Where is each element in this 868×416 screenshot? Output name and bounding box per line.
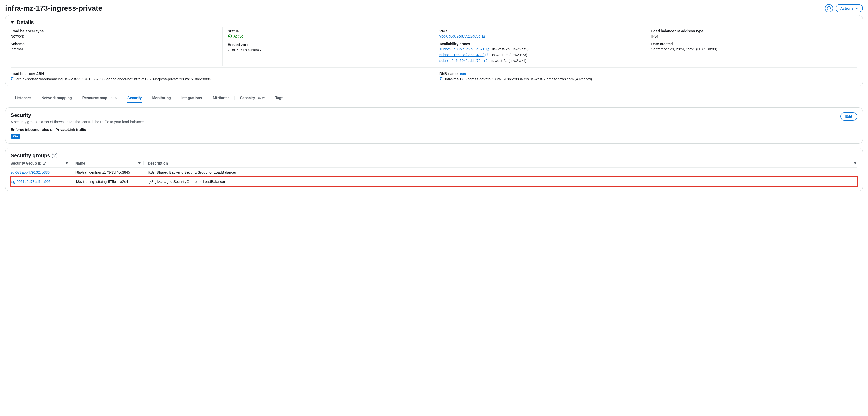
az-subnet-link[interactable]: subnet-01eb08cf8abd2489f: [439, 53, 489, 57]
scheme-value: Internal: [11, 47, 217, 51]
copy-icon[interactable]: [439, 77, 443, 81]
security-panel: Security A security group is a set of fi…: [5, 107, 863, 144]
created-label: Date created: [651, 42, 852, 46]
security-desc: A security group is a set of firewall ru…: [11, 120, 145, 124]
external-link-icon: [482, 34, 486, 38]
details-panel: Details Load balancer type Network Schem…: [5, 15, 863, 86]
table-row: sg-0061d9d73ad1aa995 k8s-istioing-istioi…: [11, 177, 857, 186]
external-link-icon: [484, 59, 488, 62]
highlighted-row: sg-0061d9d73ad1aa995 k8s-istioing-istioi…: [10, 176, 858, 187]
tab-network-mapping[interactable]: Network mapping: [41, 93, 72, 103]
svg-rect-1: [12, 78, 14, 80]
sg-desc: [k8s] Shared Backend SecurityGroup for L…: [148, 170, 857, 174]
hosted-zone-label: Hosted zone: [228, 43, 429, 47]
tab-attributes[interactable]: Attributes: [212, 93, 229, 103]
dns-label: DNS name Info: [439, 72, 852, 76]
sort-icon: [854, 163, 856, 164]
sg-count: (2): [52, 153, 58, 158]
az-subnet-link[interactable]: subnet-0b6ff5942addfc79e: [439, 59, 488, 63]
tab-bar: Listeners Network mapping Resource map -…: [5, 93, 863, 103]
sg-id-link[interactable]: sg-0061d9d73ad1aa995: [11, 179, 51, 184]
security-groups-panel: Security groups (2) Security Group ID Na…: [5, 148, 863, 191]
copy-icon[interactable]: [11, 77, 15, 81]
lb-type-value: Network: [11, 34, 217, 38]
tab-security[interactable]: Security: [127, 93, 142, 103]
lb-type-label: Load balancer type: [11, 29, 217, 33]
external-link-icon: [485, 53, 489, 57]
az-subnet-link[interactable]: subnet-0a38f2c6d2b36e071: [439, 47, 490, 51]
actions-label: Actions: [840, 6, 854, 10]
sort-icon: [138, 163, 141, 164]
edit-button[interactable]: Edit: [840, 112, 857, 120]
header-actions: Actions: [825, 4, 863, 12]
status-value: Active: [228, 34, 243, 38]
sg-table-header: Security Group ID Name Description: [11, 159, 857, 168]
sg-id-link[interactable]: sg-073a5b479132c5336: [11, 170, 50, 174]
svg-point-0: [228, 35, 231, 38]
col-header-id[interactable]: Security Group ID: [11, 161, 75, 165]
caret-down-icon: [11, 21, 14, 24]
sg-desc: [k8s] Managed SecurityGroup for LoadBala…: [149, 179, 857, 184]
table-row: sg-073a5b479132c5336 k8s-traffic-inframz…: [11, 168, 857, 177]
refresh-icon: [827, 6, 831, 11]
tab-integrations[interactable]: Integrations: [181, 93, 202, 103]
hosted-zone-value: Z18D5FSROUN65G: [228, 48, 429, 52]
chevron-down-icon: [856, 7, 858, 9]
tab-listeners[interactable]: Listeners: [15, 93, 31, 103]
details-title: Details: [17, 20, 34, 25]
dns-value: infra-mz-173-ingress-private-488fa1518b6…: [445, 77, 592, 82]
sort-icon: [65, 163, 68, 164]
page-header: infra-mz-173-ingress-private Actions: [5, 0, 863, 15]
actions-button[interactable]: Actions: [836, 4, 863, 12]
status-label: Status: [228, 29, 429, 33]
az-label: Availability Zones: [439, 42, 641, 46]
az-zone-suffix: us-west-2a (usw2-az1): [490, 59, 526, 63]
sg-name: k8s-istioing-istioing-575e11a2e4: [76, 179, 149, 184]
tab-monitoring[interactable]: Monitoring: [152, 93, 171, 103]
vpc-label: VPC: [439, 29, 641, 33]
info-link[interactable]: Info: [460, 72, 466, 76]
col-header-desc[interactable]: Description: [148, 161, 857, 165]
external-link-icon: [42, 162, 46, 165]
scheme-label: Scheme: [11, 42, 217, 46]
on-badge: On: [11, 134, 21, 139]
ip-type-value: IPv4: [651, 34, 852, 38]
tab-tags[interactable]: Tags: [275, 93, 284, 103]
vpc-link[interactable]: vpc-0a8d02cd83922a65d: [439, 34, 486, 38]
sg-name: k8s-traffic-inframz173-35f4cc3845: [75, 170, 148, 174]
arn-value: arn:aws:elasticloadbalancing:us-west-2:3…: [16, 77, 211, 82]
col-header-name[interactable]: Name: [75, 161, 148, 165]
enforce-label: Enforce inbound rules on PrivateLink tra…: [11, 128, 857, 132]
external-link-icon: [486, 47, 490, 51]
arn-label: Load balancer ARN: [11, 72, 429, 76]
ip-type-label: Load balancer IP address type: [651, 29, 852, 33]
security-title: Security: [11, 112, 145, 118]
check-circle-icon: [228, 34, 232, 38]
page-title: infra-mz-173-ingress-private: [5, 4, 102, 12]
az-zone-suffix: us-west-2b (usw2-az2): [492, 47, 529, 51]
sg-title: Security groups (2): [11, 153, 857, 159]
svg-rect-2: [441, 78, 443, 80]
created-value: September 24, 2024, 15:53 (UTC+08:00): [651, 47, 852, 51]
details-header[interactable]: Details: [11, 20, 857, 25]
refresh-button[interactable]: [825, 4, 833, 12]
tab-capacity[interactable]: Capacity - new: [240, 93, 265, 103]
az-zone-suffix: us-west-2c (usw2-az3): [491, 53, 527, 57]
tab-resource-map[interactable]: Resource map - new: [82, 93, 117, 103]
